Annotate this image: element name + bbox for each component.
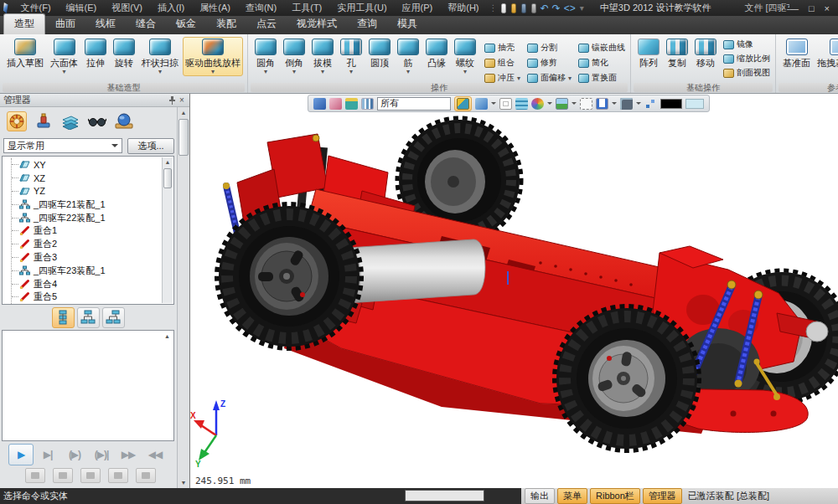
shell-button[interactable]: 抽壳 [484, 42, 520, 54]
drag-datum-button[interactable]: 拖拽基准面 [815, 37, 838, 75]
tree-item-coincide5[interactable]: 重合5 [12, 291, 162, 304]
pin-icon[interactable] [167, 95, 177, 105]
tab-sewing[interactable]: 缝合 [126, 14, 166, 34]
history-manager-icon[interactable] [7, 111, 27, 131]
draft-button[interactable]: 拔模▾ [309, 37, 336, 75]
pattern-button[interactable]: 阵列 [635, 37, 662, 75]
replace-face-button[interactable]: 置换面 [578, 72, 625, 84]
manager-toggle-button[interactable]: 管理器 [643, 488, 682, 504]
hierarchy-view-button[interactable] [102, 307, 125, 328]
viewport-border-icon[interactable] [580, 98, 592, 110]
filter-input[interactable] [377, 97, 451, 111]
visual-manager-icon[interactable] [87, 111, 107, 131]
background-color-swatch[interactable] [660, 99, 682, 109]
panel-scroll-thumb[interactable] [178, 119, 189, 156]
tab-shape[interactable]: 造型 [3, 13, 45, 34]
layer-icon[interactable] [515, 98, 528, 110]
open-file-icon[interactable] [511, 3, 516, 13]
scale-button[interactable]: 缩放比例 [723, 53, 770, 64]
lip-button[interactable]: 凸缘 [423, 37, 450, 75]
background-caret[interactable] [572, 102, 577, 107]
tab-surface[interactable]: 曲面 [45, 14, 85, 34]
screen-caret[interactable] [636, 102, 641, 107]
play-section-step-button[interactable]: (▶)| [89, 444, 114, 465]
revolve-button[interactable]: 旋转 [111, 37, 137, 75]
undo-icon[interactable]: ↶ [539, 3, 551, 14]
tab-assembly[interactable]: 装配 [206, 14, 246, 34]
face-offset-button[interactable]: 面偏移▾ [527, 72, 572, 84]
box-button[interactable]: 六面体▾ [48, 37, 80, 75]
embed-curve-button[interactable]: 镶嵌曲线 [578, 42, 625, 54]
tree-item-xz[interactable]: XZ [12, 172, 162, 185]
tree-item-yz[interactable]: YZ [12, 185, 162, 198]
regen-list-box[interactable]: ▲ [2, 330, 174, 441]
redo-icon[interactable]: ↷ [551, 3, 562, 14]
bookmark-icon[interactable] [596, 98, 608, 110]
assembly-manager-icon[interactable] [34, 111, 54, 131]
play-section-button[interactable]: (▶) [62, 444, 87, 465]
tab-pointcloud[interactable]: 点云 [246, 14, 287, 34]
tree-filter-dropdown[interactable]: 显示常用 [3, 138, 122, 153]
shaded-mode-active[interactable] [454, 96, 472, 111]
divide-button[interactable]: 分割 [527, 42, 572, 54]
panel-scrollbar[interactable]: ▲ ▼ [177, 107, 189, 488]
fillet-button[interactable]: 圆角▾ [252, 37, 279, 75]
punch-button[interactable]: 冲压▾ [484, 72, 520, 84]
driven-curve-loft-button[interactable]: 驱动曲线放样▾ [183, 37, 243, 76]
display-mode-caret[interactable] [491, 102, 496, 107]
datum-plane-button[interactable]: 基准面 [780, 37, 813, 75]
tree-item-coincide1[interactable]: 重合1 [12, 224, 162, 238]
rod-sweep-button[interactable]: 杆状扫掠▾ [139, 37, 181, 75]
panel-scroll-down-icon[interactable]: ▼ [178, 477, 189, 488]
menu-toggle-button[interactable]: 菜单 [557, 488, 587, 504]
tree-item-coincide4[interactable]: 重合4 [12, 277, 162, 291]
panel-scroll-up-icon[interactable]: ▲ [178, 107, 189, 118]
highlight-color-swatch[interactable] [685, 99, 704, 109]
tree-item-assembly22[interactable]: _四驱车22装配_1 [12, 211, 162, 224]
erase-icon[interactable] [329, 98, 342, 110]
screen-icon[interactable] [620, 98, 633, 110]
background-image-icon[interactable] [556, 98, 568, 110]
scrollbar-thumb[interactable] [163, 168, 172, 188]
quickbar-caret[interactable]: ▾ [577, 3, 585, 13]
scroll-up-icon[interactable]: ▲ [163, 157, 173, 167]
thread-button[interactable]: 螺纹▾ [452, 37, 478, 75]
tree-scrollbar[interactable]: ▲ [162, 157, 173, 303]
listbox-scroll-up[interactable]: ▲ [162, 332, 173, 343]
mirror-button[interactable]: 镜像 [723, 39, 770, 50]
wireframe-display-icon[interactable] [499, 98, 512, 110]
menu-help[interactable]: 帮助(H) [440, 0, 486, 16]
tree-item-assembly23[interactable]: _四驱车23装配_1 [12, 264, 162, 277]
rib-button[interactable]: 筋▾ [395, 37, 422, 75]
pick-box-icon[interactable] [345, 98, 358, 110]
new-file-icon[interactable] [501, 3, 506, 13]
ribbon-toggle-button[interactable]: Ribbon栏 [590, 488, 640, 504]
fast-forward-button[interactable]: ▶▶ [116, 444, 141, 465]
graphics-viewport[interactable]: Z X Y 245.951 mm [190, 94, 838, 488]
layer-manager-icon[interactable] [60, 111, 80, 131]
minimize-button[interactable]: — [789, 3, 799, 13]
list-view-button[interactable] [52, 307, 75, 328]
status-input-field[interactable] [405, 490, 484, 501]
tab-inquire[interactable]: 查询 [347, 14, 387, 34]
tree-item-coincide2[interactable]: 重合2 [12, 238, 162, 251]
tree-item-xy[interactable]: XY [12, 158, 162, 172]
section-view-button[interactable]: 剖面视图 [723, 67, 770, 79]
exit-icon[interactable] [313, 98, 326, 110]
display-mode-icon[interactable] [475, 98, 488, 110]
hole-button[interactable]: 孔▾ [338, 37, 365, 75]
tab-visualstyle[interactable]: 视觉样式 [287, 14, 347, 34]
copy-button[interactable]: 复制 [664, 37, 691, 75]
panel-close-icon[interactable]: × [177, 95, 187, 105]
move-button[interactable]: 移动 [692, 37, 719, 75]
close-button[interactable]: × [825, 3, 830, 13]
rewind-button[interactable]: ◀◀ [142, 444, 168, 465]
play-button[interactable]: ▶ [8, 444, 34, 465]
tab-mold[interactable]: 模具 [387, 14, 427, 34]
maximize-button[interactable]: □ [809, 3, 815, 13]
save-icon[interactable] [521, 3, 526, 13]
model-canvas[interactable]: Z X Y [190, 112, 838, 488]
chamfer-button[interactable]: 倒角▾ [281, 37, 308, 75]
tab-sheetmetal[interactable]: 钣金 [166, 14, 206, 34]
bookmark-caret[interactable] [612, 102, 617, 107]
